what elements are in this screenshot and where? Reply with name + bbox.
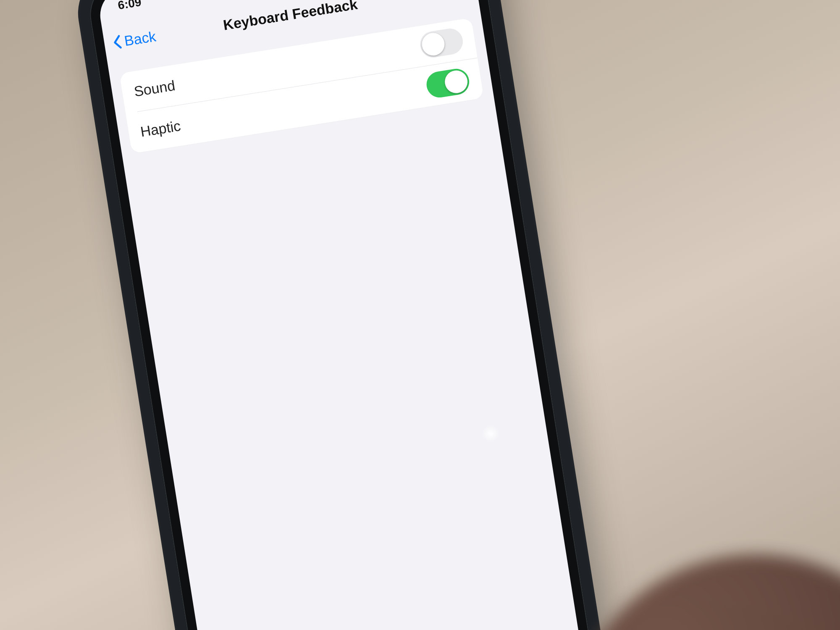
page-title: Keyboard Feedback [222, 0, 359, 34]
row-label: Haptic [139, 118, 181, 140]
toggle-sound[interactable] [418, 27, 465, 59]
phone-bezel: 6:09 [85, 0, 598, 630]
phone-screen: 6:09 [96, 0, 586, 630]
phone: 6:09 [71, 0, 611, 630]
hand [567, 554, 840, 630]
status-time: 6:09 [117, 0, 142, 12]
screen-content: Back Keyboard Feedback Sound Hap [101, 0, 586, 630]
toggle-haptic[interactable] [425, 67, 471, 99]
chevron-left-icon [111, 34, 124, 51]
phone-case: 6:09 [71, 0, 611, 630]
back-label: Back [123, 28, 157, 49]
row-label: Sound [133, 77, 176, 100]
photo-background: 6:09 [0, 0, 840, 630]
back-button[interactable]: Back [111, 28, 157, 51]
